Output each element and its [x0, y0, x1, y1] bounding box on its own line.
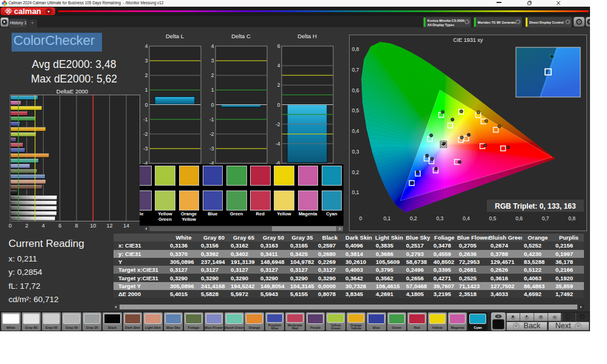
svg-text:DeltaE 2000: DeltaE 2000	[56, 88, 88, 95]
svg-text:0,8: 0,8	[568, 215, 575, 221]
svg-text:-3: -3	[143, 146, 148, 152]
svg-text:-2: -2	[209, 131, 214, 137]
svg-text:0: 0	[145, 102, 148, 108]
svg-text:-1: -1	[209, 116, 214, 123]
svg-text:-2: -2	[143, 131, 148, 137]
svg-text:14: 14	[123, 223, 129, 229]
svg-text:0,7: 0,7	[542, 215, 549, 221]
svg-text:0: 0	[211, 102, 214, 108]
svg-text:0,8: 0,8	[352, 46, 359, 52]
svg-text:4: 4	[42, 223, 45, 229]
svg-text:Delta L: Delta L	[166, 33, 184, 39]
svg-text:6: 6	[58, 223, 61, 229]
svg-text:8: 8	[75, 223, 78, 229]
svg-text:4: 4	[277, 62, 280, 69]
svg-text:-3: -3	[209, 146, 214, 152]
svg-text:0,4: 0,4	[352, 128, 359, 134]
svg-text:RGB Triplet: 0, 133, 163: RGB Triplet: 0, 133, 163	[495, 202, 576, 211]
svg-text:1: 1	[145, 87, 148, 93]
svg-text:0: 0	[277, 102, 280, 108]
svg-text:0,4: 0,4	[463, 215, 470, 221]
svg-text:0,3: 0,3	[436, 215, 444, 221]
svg-text:2: 2	[145, 72, 148, 78]
svg-text:0,5: 0,5	[352, 107, 359, 113]
svg-text:2: 2	[211, 72, 214, 78]
svg-text:2: 2	[277, 82, 280, 88]
svg-text:-2: -2	[276, 121, 280, 127]
svg-text:0,6: 0,6	[352, 87, 359, 93]
svg-text:-1: -1	[143, 116, 148, 123]
svg-text:Delta C: Delta C	[231, 33, 251, 39]
svg-text:0,1: 0,1	[352, 189, 359, 195]
svg-text:3: 3	[211, 58, 214, 64]
svg-text:0,6: 0,6	[515, 215, 523, 221]
svg-text:0,3: 0,3	[352, 149, 359, 155]
svg-text:Delta H: Delta H	[297, 33, 317, 39]
svg-text:0,2: 0,2	[352, 169, 359, 175]
svg-text:12: 12	[107, 223, 113, 229]
svg-text:0,7: 0,7	[352, 67, 359, 73]
svg-text:-4: -4	[276, 141, 280, 147]
svg-text:CIE 1931 xy: CIE 1931 xy	[453, 37, 483, 43]
svg-text:4: 4	[211, 43, 214, 49]
svg-text:0,2: 0,2	[410, 215, 417, 221]
svg-text:0: 0	[359, 215, 362, 221]
svg-text:0: 0	[8, 223, 12, 229]
svg-text:0,1: 0,1	[384, 215, 391, 221]
svg-text:6: 6	[277, 43, 280, 49]
svg-text:0,5: 0,5	[489, 215, 497, 221]
svg-text:4: 4	[145, 43, 148, 49]
svg-text:2: 2	[25, 223, 28, 229]
svg-text:3: 3	[145, 58, 148, 64]
svg-text:10: 10	[90, 223, 96, 229]
svg-text:1: 1	[211, 87, 214, 93]
